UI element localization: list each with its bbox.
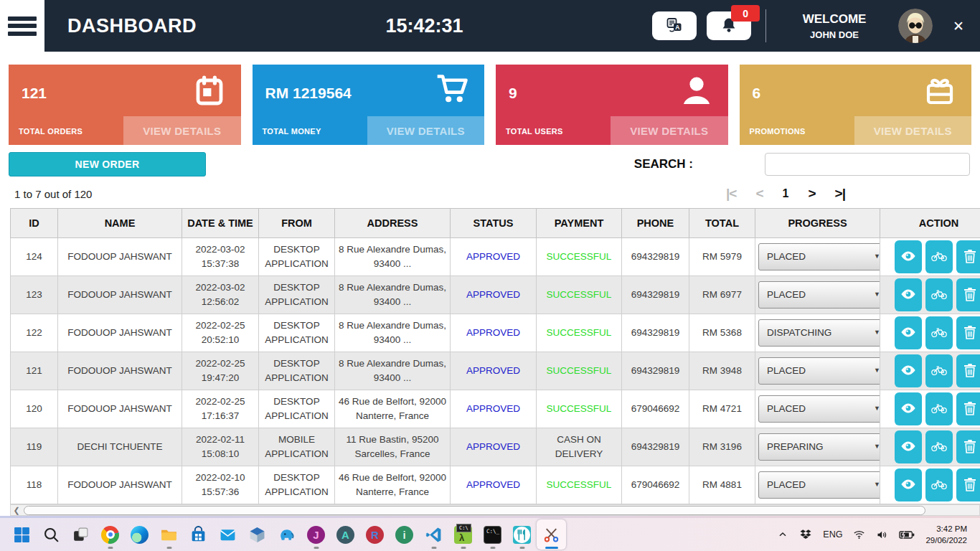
delete-order-button[interactable] [956,468,980,501]
progress-select[interactable]: PLACED▼ [758,243,887,270]
delivery-button[interactable] [925,240,953,273]
close-button[interactable]: ✕ [953,18,964,34]
view-details-button[interactable]: VIEW DETAILS [854,116,971,145]
trash-icon [961,476,979,495]
view-details-button[interactable]: VIEW DETAILS [367,116,484,145]
delivery-button[interactable] [925,354,953,387]
card-value: 6 [753,85,761,102]
view-order-button[interactable] [895,392,922,425]
cmd-taskbar-button[interactable]: C:\_ [478,519,507,550]
restaurant-app-taskbar-button[interactable] [507,519,537,550]
cell-id: 121 [11,352,58,390]
next-page-button[interactable]: > [808,186,815,202]
view-order-button[interactable] [895,316,922,349]
cell-total: RM 5979 [689,238,755,276]
battery-icon[interactable] [899,530,915,540]
language-indicator[interactable]: ENG [823,529,842,540]
elephant-app-taskbar-button[interactable] [272,519,301,550]
virtualbox-taskbar-button[interactable] [242,519,272,550]
running-indicator [108,547,113,549]
chevron-down-icon: ▼ [874,404,880,413]
a-app-taskbar-button[interactable]: A [331,519,360,550]
running-indicator [519,547,524,549]
delivery-button[interactable] [925,278,953,311]
dropbox-icon[interactable] [799,528,812,541]
j-app-taskbar-button[interactable]: J [301,519,331,550]
start-taskbar-button[interactable] [7,519,37,550]
first-page-button[interactable]: |< [726,186,736,202]
view-order-button[interactable] [895,278,922,311]
cell-action [880,466,980,504]
translate-button[interactable]: A [652,11,697,40]
column-header-address: ADDRESS [335,209,451,238]
progress-select[interactable]: PLACED▼ [758,281,887,309]
view-details-button[interactable]: VIEW DETAILS [611,116,727,145]
eye-icon [900,476,917,495]
volume-icon[interactable] [876,529,888,541]
avatar[interactable] [898,9,933,43]
cell-id: 124 [11,238,58,276]
delete-order-button[interactable] [956,354,980,387]
scrollbar-thumb[interactable] [24,506,925,515]
scroll-left-arrow-icon[interactable]: ❮ [11,506,22,515]
cell-total: RM 5368 [689,314,755,352]
prev-page-button[interactable]: < [755,186,763,202]
taskbar-clock[interactable]: 3:42 PM 29/06/2022 [925,523,967,546]
cell-id: 120 [11,390,58,428]
cell-id: 123 [11,276,58,314]
cell-phone: 694329819 [622,428,689,466]
running-indicator [166,547,171,549]
search-taskbar-button[interactable] [37,519,66,550]
progress-select[interactable]: PREPARING▼ [758,433,887,461]
delivery-button[interactable] [925,468,953,501]
last-page-button[interactable]: >| [835,186,845,202]
motorbike-icon [930,476,948,495]
mail-taskbar-button[interactable] [213,519,242,550]
view-order-button[interactable] [895,468,922,501]
delivery-button[interactable] [925,316,953,349]
delete-order-button[interactable] [956,278,980,311]
store-taskbar-button[interactable] [184,519,213,550]
stat-card-total-orders: 121TOTAL ORDERSVIEW DETAILS [9,65,241,145]
a-app-icon: A [336,526,354,544]
delete-order-button[interactable] [956,392,980,425]
chrome-taskbar-button[interactable] [95,519,125,550]
i-app-taskbar-button[interactable]: i [390,519,419,550]
progress-select[interactable]: PLACED▼ [758,471,887,499]
progress-select[interactable]: PLACED▼ [758,357,887,385]
horizontal-scrollbar[interactable]: ❮ [10,504,980,516]
view-order-button[interactable] [895,354,922,387]
wifi-icon[interactable] [853,529,865,541]
r-app-icon: R [366,526,384,544]
tray-chevron-up-icon[interactable] [777,529,788,540]
motorbike-icon [930,248,948,267]
file-explorer-taskbar-button[interactable] [154,519,184,550]
view-order-button[interactable] [895,430,922,463]
delete-order-button[interactable] [956,316,980,349]
cell-datetime: 2022-02-1015:57:36 [182,466,259,504]
delete-order-button[interactable] [956,240,980,273]
table-row: 121FODOUOP JAHSWANT2022-02-2519:47:20DES… [11,352,980,390]
cell-progress: PLACED▼ [755,352,880,390]
delivery-button[interactable] [925,392,953,425]
delete-order-button[interactable] [956,430,980,463]
progress-select[interactable]: DISPATCHING▼ [758,319,887,347]
progress-select[interactable]: PLACED▼ [758,395,887,423]
dev-terminal-taskbar-button[interactable]: C:\λ [448,519,478,550]
vscode-taskbar-button[interactable] [419,519,448,550]
menu-button[interactable] [0,0,44,52]
delivery-button[interactable] [925,430,953,463]
search-input[interactable] [765,153,970,176]
snipping-tool-taskbar-button[interactable] [537,519,566,550]
task-view-taskbar-button[interactable] [66,519,95,550]
edge-taskbar-button[interactable] [125,519,154,550]
view-order-button[interactable] [895,240,922,273]
view-details-button[interactable]: VIEW DETAILS [123,116,240,145]
new-order-button[interactable]: NEW ORDER [9,152,206,176]
trash-icon [961,248,979,267]
cell-from: DESKTOP APPLICATION [259,276,335,314]
chevron-down-icon: ▼ [874,480,880,489]
r-app-taskbar-button[interactable]: R [360,519,390,550]
trash-icon [961,286,979,305]
eye-icon [900,362,917,381]
